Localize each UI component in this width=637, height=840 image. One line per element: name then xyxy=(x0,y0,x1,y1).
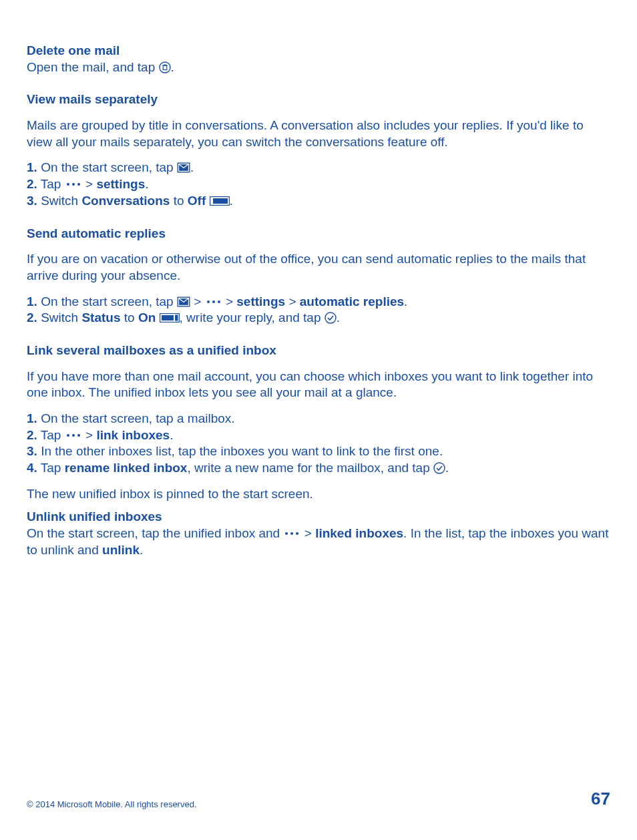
check-circle-icon xyxy=(325,312,337,324)
svg-point-20 xyxy=(67,434,69,437)
svg-point-15 xyxy=(218,300,220,303)
section-link-mailboxes: Link several mailboxes as a unified inbo… xyxy=(27,343,610,503)
view-separately-intro: Mails are grouped by title in conversati… xyxy=(27,118,610,150)
section-unlink-inboxes: Unlink unified inboxes On the start scre… xyxy=(27,509,610,558)
svg-rect-1 xyxy=(163,65,167,70)
step-2: 2. Tap > link inboxes. xyxy=(27,427,610,444)
section-auto-replies: Send automatic replies If you are on vac… xyxy=(27,226,610,327)
mail-icon xyxy=(177,296,190,307)
delete-mail-instruction: Open the mail, and tap . xyxy=(27,59,610,76)
heading-link-mailboxes: Link several mailboxes as a unified inbo… xyxy=(27,343,610,359)
check-circle-icon xyxy=(433,462,445,474)
step-1: 1. On the start screen, tap > > settings… xyxy=(27,294,610,310)
step-3: 3. In the other inboxes list, tap the in… xyxy=(27,443,610,460)
svg-point-6 xyxy=(67,183,69,186)
text-automatic-replies: automatic replies xyxy=(300,294,404,308)
heading-delete-one-mail: Delete one mail xyxy=(27,43,610,59)
mail-icon xyxy=(177,162,190,173)
svg-point-0 xyxy=(160,62,170,73)
step-2: 2. Tap > settings. xyxy=(27,176,610,193)
page-footer: © 2014 Microsoft Mobile. All rights rese… xyxy=(27,788,610,811)
more-icon xyxy=(65,182,82,187)
svg-point-25 xyxy=(290,532,293,535)
text-on: On xyxy=(138,310,156,325)
more-icon xyxy=(65,433,82,438)
step-2: 2. Switch Status to On , write your repl… xyxy=(27,310,610,327)
heading-auto-replies: Send automatic replies xyxy=(27,226,610,242)
link-mailboxes-steps: 1. On the start screen, tap a mailbox. 2… xyxy=(27,411,610,477)
svg-point-26 xyxy=(296,532,298,535)
section-view-separately: View mails separately Mails are grouped … xyxy=(27,91,610,209)
svg-point-22 xyxy=(77,434,80,437)
auto-replies-intro: If you are on vacation or otherwise out … xyxy=(27,251,610,284)
heading-unlink-inboxes: Unlink unified inboxes xyxy=(27,509,610,526)
more-icon xyxy=(283,531,300,536)
text-status: Status xyxy=(81,310,120,325)
text-settings: settings xyxy=(236,294,285,308)
text-off: Off xyxy=(188,194,206,208)
step-4: 4. Tap rename linked inbox, write a new … xyxy=(27,460,610,477)
svg-rect-17 xyxy=(162,315,174,321)
step-1: 1. On the start screen, tap . xyxy=(27,160,610,176)
page-number: 67 xyxy=(591,788,610,811)
svg-point-7 xyxy=(72,183,75,186)
unlink-instruction: On the start screen, tap the unified inb… xyxy=(27,526,610,558)
text-link-inboxes: link inboxes xyxy=(96,428,170,442)
view-separately-steps: 1. On the start screen, tap . 2. Tap > s… xyxy=(27,160,610,209)
copyright-text: © 2014 Microsoft Mobile. All rights rese… xyxy=(27,799,197,811)
svg-point-8 xyxy=(77,183,80,186)
more-icon xyxy=(205,299,222,304)
svg-point-19 xyxy=(325,312,336,323)
auto-replies-steps: 1. On the start screen, tap > > settings… xyxy=(27,294,610,327)
toggle-on-icon xyxy=(160,313,180,323)
link-mailboxes-after: The new unified inbox is pinned to the s… xyxy=(27,486,610,503)
svg-point-23 xyxy=(434,463,445,473)
svg-rect-10 xyxy=(213,198,228,204)
svg-point-13 xyxy=(207,300,210,303)
text-settings: settings xyxy=(96,177,145,191)
trash-icon xyxy=(159,61,171,73)
svg-point-24 xyxy=(285,532,288,535)
link-mailboxes-intro: If you have more than one mail account, … xyxy=(27,369,610,401)
section-delete-one-mail: Delete one mail Open the mail, and tap . xyxy=(27,43,610,75)
text-unlink: unlink xyxy=(102,543,140,557)
text-linked-inboxes: linked inboxes xyxy=(315,526,403,540)
text-conversations: Conversations xyxy=(81,194,170,208)
svg-point-14 xyxy=(212,300,215,303)
svg-rect-18 xyxy=(175,315,178,321)
step-3: 3. Switch Conversations to Off . xyxy=(27,193,610,210)
text-rename-linked-inbox: rename linked inbox xyxy=(65,461,188,475)
step-1: 1. On the start screen, tap a mailbox. xyxy=(27,411,610,427)
svg-point-21 xyxy=(72,434,75,437)
heading-view-separately: View mails separately xyxy=(27,91,610,108)
toggle-off-icon xyxy=(210,196,230,206)
